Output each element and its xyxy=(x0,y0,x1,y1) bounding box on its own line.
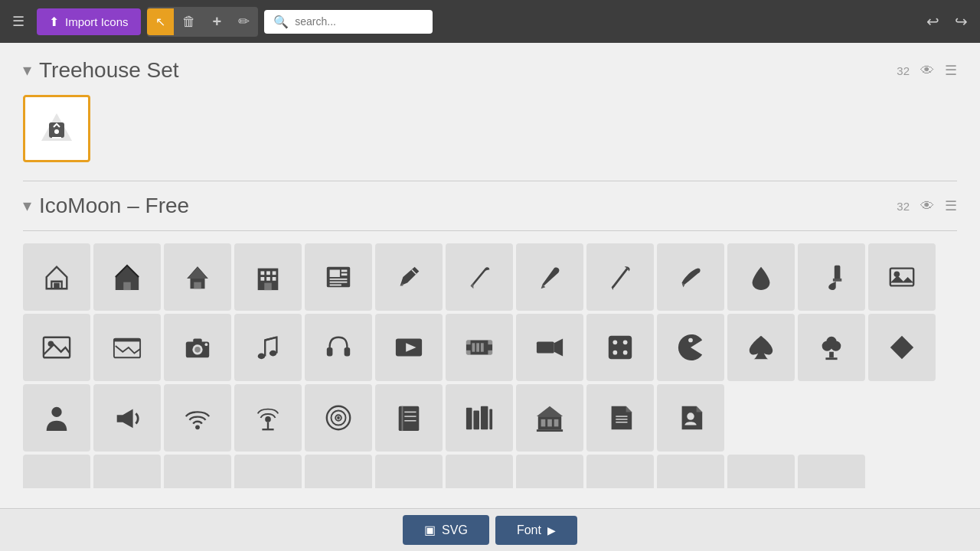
svg-rect-85 xyxy=(547,419,552,427)
icon-cell-play[interactable] xyxy=(375,314,443,381)
icon-cell-pen4[interactable] xyxy=(657,243,724,311)
svg-point-91 xyxy=(687,412,694,420)
search-input[interactable] xyxy=(295,15,417,28)
partial-icon-11 xyxy=(727,455,795,488)
svg-rect-29 xyxy=(114,339,140,342)
icon-cell-building[interactable] xyxy=(234,243,302,311)
svg-point-57 xyxy=(688,338,693,343)
svg-point-35 xyxy=(258,354,266,360)
icon-cell-wifi[interactable] xyxy=(164,384,231,452)
font-export-button[interactable]: Font ▶ xyxy=(495,516,577,545)
icon-cell-pen1[interactable] xyxy=(446,243,513,311)
svg-line-37 xyxy=(265,337,276,341)
treehouse-menu-icon[interactable]: ☰ xyxy=(945,62,957,79)
icon-cell-image1[interactable] xyxy=(868,243,936,311)
treehouse-logo-icon xyxy=(38,110,75,147)
svg-point-53 xyxy=(613,341,618,345)
treehouse-meta: 32 👁 ☰ xyxy=(897,62,957,79)
icon-cell-pacman[interactable] xyxy=(657,314,724,381)
icon-cell-paintbrush[interactable] xyxy=(798,243,865,311)
menu-icon: ☰ xyxy=(12,13,24,30)
icon-cell-book[interactable] xyxy=(375,384,443,452)
svg-rect-12 xyxy=(330,270,340,278)
svg-rect-44 xyxy=(466,350,471,355)
icon-cell-house1[interactable] xyxy=(23,243,90,311)
icomoon-meta: 32 👁 ☰ xyxy=(897,197,957,214)
partial-icon-2 xyxy=(93,455,161,488)
svg-rect-84 xyxy=(541,419,546,427)
icon-cell-museum[interactable] xyxy=(516,384,583,452)
icon-cell-diamond[interactable] xyxy=(868,314,936,381)
icomoon-menu-icon[interactable]: ☰ xyxy=(945,197,957,214)
svg-point-54 xyxy=(623,341,628,345)
svg-rect-87 xyxy=(537,429,563,432)
icon-cell-music[interactable] xyxy=(234,314,302,381)
icon-cell-books[interactable] xyxy=(446,384,513,452)
section-divider xyxy=(23,181,957,181)
icon-cell-pencil[interactable] xyxy=(375,243,443,311)
icon-cell-document[interactable] xyxy=(586,384,654,452)
redo-icon: ↪ xyxy=(955,12,968,31)
icon-cell-drop[interactable] xyxy=(727,243,795,311)
icon-cell-film[interactable] xyxy=(446,314,513,381)
svg-rect-33 xyxy=(193,339,201,344)
icon-cell-camera[interactable] xyxy=(164,314,231,381)
icon-cell-house3[interactable] xyxy=(164,243,231,311)
undo-button[interactable]: ↩ xyxy=(920,6,946,37)
icon-cell-headphones[interactable] xyxy=(305,314,372,381)
import-icons-label: Import Icons xyxy=(65,15,129,28)
svg-point-56 xyxy=(623,350,628,355)
svg-rect-48 xyxy=(476,343,479,351)
icon-cell-videocam[interactable] xyxy=(516,314,583,381)
svg-rect-9 xyxy=(273,277,276,281)
icomoon-header: ▾ IcoMoon – Free 32 👁 ☰ xyxy=(23,194,957,218)
svg-export-button[interactable]: ▣ SVG xyxy=(403,515,489,545)
svg-marker-19 xyxy=(471,283,474,289)
icon-cell-image3[interactable] xyxy=(93,314,161,381)
svg-point-72 xyxy=(337,416,340,419)
edit-button[interactable]: ✏ xyxy=(230,7,258,36)
tool-group: ↖ 🗑 + ✏ xyxy=(147,7,259,37)
icon-cell-pen3[interactable] xyxy=(586,243,654,311)
delete-button[interactable]: 🗑 xyxy=(174,8,204,36)
menu-button[interactable]: ☰ xyxy=(6,7,31,36)
treehouse-header: ▾ Treehouse Set 32 👁 ☰ xyxy=(23,58,957,83)
icon-cell-contact[interactable] xyxy=(657,384,724,452)
icon-cell-treehouse-logo[interactable] xyxy=(23,95,90,162)
svg-rect-47 xyxy=(472,343,475,351)
toolbar: ☰ ⬆ Import Icons ↖ 🗑 + ✏ 🔍 ↩ ↪ xyxy=(0,0,980,43)
partial-icon-row xyxy=(23,455,957,488)
svg-rect-61 xyxy=(829,352,834,358)
icon-cell-antenna[interactable] xyxy=(234,384,302,452)
treehouse-visibility-icon[interactable]: 👁 xyxy=(920,63,934,79)
icon-cell-image2[interactable] xyxy=(23,314,90,381)
redo-button[interactable]: ↪ xyxy=(949,6,974,37)
partial-icon-9 xyxy=(586,455,654,488)
svg-rect-45 xyxy=(488,341,492,345)
icon-cell-club[interactable] xyxy=(798,314,865,381)
partial-icon-10 xyxy=(657,455,724,488)
icon-cell-spade[interactable] xyxy=(727,314,795,381)
svg-rect-79 xyxy=(473,411,479,430)
svg-point-36 xyxy=(270,350,277,357)
icon-cell-dice[interactable] xyxy=(586,314,654,381)
icon-cell-radio[interactable] xyxy=(305,384,372,452)
import-icons-button[interactable]: ⬆ Import Icons xyxy=(37,8,141,35)
icon-cell-newspaper[interactable] xyxy=(305,243,372,311)
icomoon-title: ▾ IcoMoon – Free xyxy=(23,194,189,218)
icomoon-visibility-icon[interactable]: 👁 xyxy=(920,198,934,214)
svg-point-34 xyxy=(205,343,208,346)
search-icon: 🔍 xyxy=(273,15,289,29)
select-icon: ↖ xyxy=(155,15,165,29)
icon-cell-pen2[interactable] xyxy=(516,243,583,311)
icon-cell-person[interactable] xyxy=(23,384,90,452)
add-button[interactable]: + xyxy=(204,7,230,37)
icon-cell-megaphone[interactable] xyxy=(93,384,161,452)
select-tool-button[interactable]: ↖ xyxy=(147,8,174,35)
icomoon-chevron[interactable]: ▾ xyxy=(23,196,31,216)
treehouse-chevron[interactable]: ▾ xyxy=(23,60,31,80)
treehouse-icon-grid xyxy=(23,95,957,162)
icon-cell-house2[interactable] xyxy=(93,243,161,311)
partial-icon-5 xyxy=(305,455,372,488)
svg-rect-5 xyxy=(266,271,270,275)
